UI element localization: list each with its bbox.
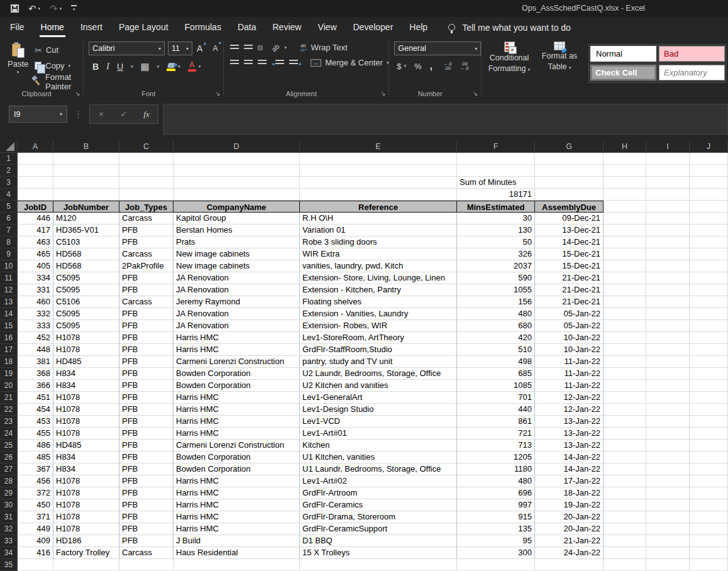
- row-header-9[interactable]: 9: [0, 248, 18, 260]
- cell-B5[interactable]: JobNumber: [53, 201, 119, 213]
- cell-B8[interactable]: C5103: [53, 236, 119, 248]
- cell-J4[interactable]: [690, 189, 728, 201]
- cell-G13[interactable]: 21-Dec-21: [535, 296, 604, 308]
- cell-F13[interactable]: 156: [457, 296, 535, 308]
- increase-indent-button[interactable]: ▸: [289, 60, 298, 66]
- cell-C9[interactable]: Carcass: [119, 248, 174, 260]
- cell-G30[interactable]: 19-Jan-22: [535, 499, 604, 511]
- bold-button[interactable]: B: [92, 62, 99, 72]
- cell-I10[interactable]: [646, 260, 690, 272]
- cell-E4[interactable]: [300, 189, 457, 201]
- cell-G35[interactable]: [535, 559, 604, 571]
- cell-F5[interactable]: MinsEstimated: [457, 201, 535, 213]
- cell-H20[interactable]: [604, 380, 646, 392]
- cell-A29[interactable]: 372: [18, 487, 53, 499]
- cell-E13[interactable]: Floating shelves: [300, 296, 457, 308]
- tab-file[interactable]: File: [2, 17, 33, 38]
- align-left-button[interactable]: [230, 60, 239, 66]
- tab-formulas[interactable]: Formulas: [177, 17, 229, 38]
- cell-I16[interactable]: [646, 332, 690, 344]
- cell-G23[interactable]: 13-Jan-22: [535, 416, 604, 428]
- cell-I23[interactable]: [646, 416, 690, 428]
- clipboard-dialog-launcher[interactable]: ↘: [75, 91, 80, 97]
- row-header-28[interactable]: 28: [0, 475, 18, 487]
- cell-B12[interactable]: C5095: [53, 284, 119, 296]
- tab-developer[interactable]: Developer: [345, 17, 402, 38]
- cell-G2[interactable]: [535, 165, 604, 177]
- cell-F1[interactable]: [457, 153, 535, 165]
- cell-J15[interactable]: [690, 320, 728, 332]
- cell-J16[interactable]: [690, 332, 728, 344]
- cell-I11[interactable]: [646, 272, 690, 284]
- decrease-indent-button[interactable]: ◂: [275, 60, 284, 66]
- cell-C28[interactable]: PFB: [119, 475, 174, 487]
- cell-H25[interactable]: [604, 440, 646, 452]
- cell-D15[interactable]: JA Renovation: [174, 320, 300, 332]
- cell-I3[interactable]: [646, 177, 690, 189]
- cell-D23[interactable]: Harris HMC: [174, 416, 300, 428]
- cell-J31[interactable]: [690, 511, 728, 523]
- cell-H28[interactable]: [604, 475, 646, 487]
- cell-J6[interactable]: [690, 213, 728, 225]
- cell-F31[interactable]: 915: [457, 511, 535, 523]
- row-header-22[interactable]: 22: [0, 404, 18, 416]
- cell-D8[interactable]: Prats: [174, 236, 300, 248]
- cell-I35[interactable]: [646, 559, 690, 571]
- cell-G25[interactable]: 13-Jan-22: [535, 440, 604, 452]
- cell-E15[interactable]: Extension- Robes, WIR: [300, 320, 457, 332]
- row-header-10[interactable]: 10: [0, 260, 18, 272]
- cell-J25[interactable]: [690, 440, 728, 452]
- cell-G26[interactable]: 14-Jan-22: [535, 452, 604, 463]
- cell-G3[interactable]: [535, 177, 604, 189]
- cell-G11[interactable]: 21-Dec-21: [535, 272, 604, 284]
- cell-D11[interactable]: JA Renovation: [174, 272, 300, 284]
- cell-J21[interactable]: [690, 392, 728, 404]
- cell-H7[interactable]: [604, 225, 646, 236]
- cell-J7[interactable]: [690, 225, 728, 236]
- cell-G17[interactable]: 10-Jan-22: [535, 344, 604, 356]
- center-button[interactable]: [244, 60, 253, 66]
- cut-button[interactable]: ✂ Cut: [32, 42, 83, 58]
- cell-C5[interactable]: Job_Types: [119, 201, 174, 213]
- cell-J26[interactable]: [690, 452, 728, 463]
- cell-E31[interactable]: GrdFlr-Drama, Storeroom: [300, 511, 457, 523]
- cell-H30[interactable]: [604, 499, 646, 511]
- cell-style-check-cell[interactable]: Check Cell: [590, 65, 656, 80]
- cell-J24[interactable]: [690, 428, 728, 440]
- cell-H29[interactable]: [604, 487, 646, 499]
- cell-E6[interactable]: R.H O\H: [300, 213, 457, 225]
- increase-decimal-button[interactable]: ←.0.00: [443, 62, 452, 70]
- cell-D27[interactable]: Bowden Corporation: [174, 463, 300, 475]
- cell-F11[interactable]: 590: [457, 272, 535, 284]
- cell-B31[interactable]: H1078: [53, 511, 119, 523]
- row-header-2[interactable]: 2: [0, 165, 18, 177]
- cell-I8[interactable]: [646, 236, 690, 248]
- row-header-35[interactable]: 35: [0, 559, 18, 571]
- cell-F35[interactable]: [457, 559, 535, 571]
- cell-B15[interactable]: C5095: [53, 320, 119, 332]
- cell-F26[interactable]: 1205: [457, 452, 535, 463]
- cell-E18[interactable]: pantry, study and TV unit: [300, 356, 457, 368]
- cell-A9[interactable]: 465: [18, 248, 53, 260]
- column-header-B[interactable]: B: [53, 141, 119, 153]
- cell-B18[interactable]: HD485: [53, 356, 119, 368]
- cell-A24[interactable]: 455: [18, 428, 53, 440]
- cell-H4[interactable]: [604, 189, 646, 201]
- cell-D21[interactable]: Harris HMC: [174, 392, 300, 404]
- cell-B17[interactable]: H1078: [53, 344, 119, 356]
- cell-J35[interactable]: [690, 559, 728, 571]
- cell-F12[interactable]: 1055: [457, 284, 535, 296]
- cell-C7[interactable]: PFB: [119, 225, 174, 236]
- cell-D14[interactable]: JA Renovation: [174, 308, 300, 320]
- cell-A32[interactable]: 449: [18, 523, 53, 535]
- name-box[interactable]: I9 ▾: [9, 106, 67, 123]
- cell-A23[interactable]: 453: [18, 416, 53, 428]
- cell-H9[interactable]: [604, 248, 646, 260]
- column-header-A[interactable]: A: [18, 141, 53, 153]
- cell-G14[interactable]: 05-Jan-22: [535, 308, 604, 320]
- cell-J28[interactable]: [690, 475, 728, 487]
- cell-H21[interactable]: [604, 392, 646, 404]
- cell-C21[interactable]: PFB: [119, 392, 174, 404]
- cell-J17[interactable]: [690, 344, 728, 356]
- row-header-30[interactable]: 30: [0, 499, 18, 511]
